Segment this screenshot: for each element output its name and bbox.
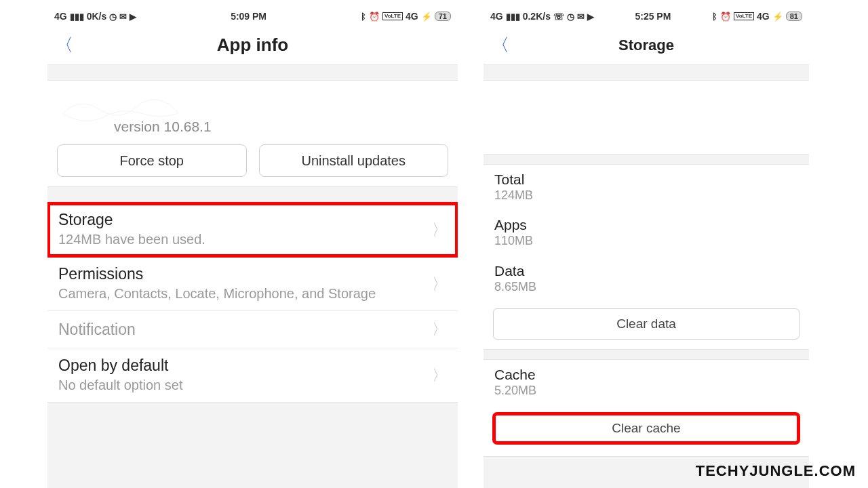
clock: 5:09 PM	[231, 11, 267, 22]
network-4g: 4G	[757, 11, 770, 22]
permissions-subtitle: Camera, Contacts, Locate, Microphone, an…	[58, 285, 432, 302]
battery-level: 71	[435, 12, 451, 21]
screen-app-info: 4G ▮▮▮ 0K/s ◷ ✉ ▶ 5:09 PM ᛒ ⏰ VoLTE 4G ⚡…	[47, 7, 458, 488]
cache-section: Cache 5.20MB Clear cache	[484, 359, 809, 456]
chevron-right-icon: 〉	[432, 365, 447, 386]
notification-title: Notification	[58, 321, 432, 339]
whatsapp-icon: ☏	[553, 12, 564, 22]
bluetooth-icon: ᛒ	[361, 12, 366, 22]
uninstall-updates-button[interactable]: Uninstall updates	[259, 144, 449, 177]
clock: 5:25 PM	[635, 11, 671, 22]
mail-icon: ✉	[577, 12, 585, 22]
data-value: 8.65MB	[494, 279, 798, 295]
bluetooth-icon: ᛒ	[712, 12, 717, 22]
status-bar: 4G ▮▮▮ 0.2K/s ☏ ◷ ✉ ▶ 5:25 PM ᛒ ⏰ VoLTE …	[484, 7, 809, 26]
alarm-icon: ⏰	[369, 12, 380, 22]
back-button[interactable]: 〈	[484, 33, 517, 57]
cache-label: Cache	[494, 367, 798, 383]
charging-icon: ⚡	[421, 12, 432, 22]
storage-subtitle: 124MB have been used.	[58, 230, 432, 248]
apps-row: Apps 110MB	[484, 210, 809, 256]
header: 〈 App info	[47, 26, 458, 65]
data-speed: 0K/s	[87, 11, 107, 22]
play-icon: ▶	[587, 12, 594, 22]
app-version: version 10.68.1	[114, 119, 448, 135]
total-label: Total	[494, 171, 798, 188]
app-name-redacted	[490, 87, 599, 125]
signal-icon: ▮▮▮	[70, 12, 84, 22]
battery-level: 81	[786, 12, 802, 21]
volte-icon: VoLTE	[734, 12, 754, 20]
apps-value: 110MB	[494, 233, 798, 249]
apps-label: Apps	[494, 217, 798, 233]
signal-icon: ▮▮▮	[506, 12, 520, 22]
clear-cache-button[interactable]: Clear cache	[493, 413, 800, 444]
data-speed: 0.2K/s	[523, 11, 551, 22]
mail-icon: ✉	[119, 12, 127, 22]
chevron-right-icon: 〉	[432, 319, 447, 340]
alarm-icon: ⏰	[720, 12, 731, 22]
app-header-card: version 10.68.1 Force stop Uninstall upd…	[47, 80, 458, 187]
open-default-title: Open by default	[58, 357, 432, 375]
cache-value: 5.20MB	[494, 383, 798, 399]
chevron-right-icon: 〉	[432, 220, 447, 240]
status-bar: 4G ▮▮▮ 0K/s ◷ ✉ ▶ 5:09 PM ᛒ ⏰ VoLTE 4G ⚡…	[47, 7, 458, 26]
network-label: 4G	[54, 11, 67, 22]
total-value: 124MB	[494, 188, 798, 203]
total-row: Total 124MB	[484, 165, 809, 210]
permissions-title: Permissions	[58, 265, 432, 283]
open-default-subtitle: No default option set	[58, 376, 432, 394]
open-by-default-row[interactable]: Open by default No default option set 〉	[47, 348, 458, 402]
network-label: 4G	[490, 11, 503, 22]
compass-icon: ◷	[109, 12, 117, 22]
storage-title: Storage	[58, 211, 432, 229]
page-title: Storage	[517, 37, 809, 54]
data-row: Data 8.65MB	[484, 256, 809, 302]
header: 〈 Storage	[484, 26, 809, 65]
app-header-blank	[484, 80, 809, 155]
page-title: App info	[81, 35, 458, 56]
compass-icon: ◷	[567, 12, 574, 22]
storage-breakdown: Total 124MB Apps 110MB Data 8.65MB Clear…	[484, 164, 809, 350]
chevron-right-icon: 〉	[432, 274, 447, 294]
charging-icon: ⚡	[772, 12, 783, 22]
play-icon: ▶	[130, 12, 136, 22]
permissions-row[interactable]: Permissions Camera, Contacts, Locate, Mi…	[47, 257, 458, 311]
force-stop-button[interactable]: Force stop	[57, 144, 247, 177]
back-button[interactable]: 〈	[47, 33, 81, 57]
cache-row: Cache 5.20MB	[484, 360, 809, 405]
storage-row[interactable]: Storage 124MB have been used. 〉	[47, 203, 458, 257]
volte-icon: VoLTE	[382, 12, 403, 20]
network-4g: 4G	[406, 11, 418, 22]
screen-storage: 4G ▮▮▮ 0.2K/s ☏ ◷ ✉ ▶ 5:25 PM ᛒ ⏰ VoLTE …	[484, 7, 809, 488]
watermark: TECHYJUNGLE.COM	[696, 462, 856, 480]
settings-list: Storage 124MB have been used. 〉 Permissi…	[47, 202, 458, 403]
clear-data-button[interactable]: Clear data	[493, 308, 800, 340]
data-label: Data	[494, 263, 798, 279]
notification-row[interactable]: Notification 〉	[47, 311, 458, 348]
